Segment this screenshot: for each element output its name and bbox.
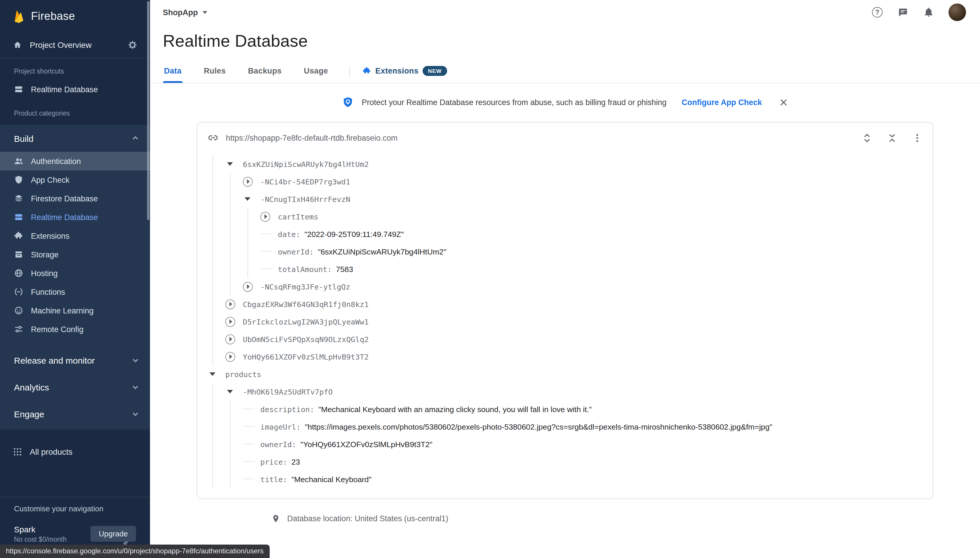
tab-usage[interactable]: Usage bbox=[303, 61, 329, 82]
tree-row[interactable]: date: "2022-09-25T09:11:49.749Z" bbox=[208, 225, 933, 243]
tree-row[interactable]: title: "Mechanical Keyboard" bbox=[208, 471, 933, 488]
sidebar-item-remote-config[interactable]: Remote Config bbox=[0, 320, 150, 338]
sidebar-scrollbar[interactable] bbox=[147, 1, 149, 220]
database-url[interactable]: https://shopapp-7e8fc-default-rtdb.fireb… bbox=[226, 133, 398, 142]
tree-row[interactable]: totalAmount: 7583 bbox=[208, 260, 933, 278]
tree-value[interactable]: "https://images.pexels.com/photos/538060… bbox=[305, 422, 772, 431]
sidebar-item-label: Remote Config bbox=[31, 325, 84, 333]
tree-row[interactable]: 6sxKZUiNpiScwARUyk7bg4lHtUm2 bbox=[208, 155, 933, 173]
tree-key: ownerId: bbox=[278, 247, 314, 256]
expand-all-icon[interactable] bbox=[862, 133, 872, 143]
tree-value[interactable]: "Mechanical Keyboard" bbox=[291, 475, 372, 484]
tree-key: description: bbox=[260, 405, 314, 414]
page-title: Realtime Database bbox=[150, 25, 980, 51]
tree-row[interactable]: -NCsqRFmg3JFe-ytlgQz bbox=[208, 278, 933, 295]
collapse-caret-icon[interactable] bbox=[243, 197, 260, 201]
sidebar-item-firestore-database[interactable]: Firestore Database bbox=[0, 189, 150, 208]
tree-row[interactable]: cartItems bbox=[208, 208, 933, 225]
more-options-icon[interactable] bbox=[912, 133, 922, 143]
sidebar-item-label: All products bbox=[30, 447, 72, 456]
tab-rules[interactable]: Rules bbox=[203, 61, 227, 82]
collapse-caret-icon[interactable] bbox=[208, 373, 225, 376]
tree-guide bbox=[225, 173, 243, 190]
topbar: ShopApp ? bbox=[150, 0, 980, 25]
expand-caret-icon[interactable] bbox=[225, 299, 243, 309]
banner-text: Protect your Realtime Database resources… bbox=[362, 98, 667, 107]
tree-row[interactable]: -MhOK6l9Az5UdRTv7pfO bbox=[208, 383, 933, 400]
tree-row[interactable]: description: "Mechanical Keyboard with a… bbox=[208, 400, 933, 418]
section-analytics[interactable]: Analytics bbox=[0, 374, 150, 400]
tree-value[interactable]: "Mechanical Keyboard with an amazing cli… bbox=[318, 405, 592, 414]
collapse-all-icon[interactable] bbox=[887, 133, 897, 143]
sidebar-item-realtime-database[interactable]: Realtime Database bbox=[0, 208, 150, 226]
customise-navigation-link[interactable]: Customise your navigation bbox=[0, 497, 150, 520]
expand-caret-icon[interactable] bbox=[243, 282, 260, 292]
tree-value[interactable]: 23 bbox=[291, 457, 300, 466]
gear-icon[interactable] bbox=[128, 40, 137, 49]
chevron-down-icon bbox=[131, 410, 139, 418]
tree-value[interactable]: 7583 bbox=[336, 265, 353, 274]
sidebar-item-app-check[interactable]: App Check bbox=[0, 171, 150, 189]
sidebar-item-project-overview[interactable]: Project Overview bbox=[0, 31, 150, 58]
section-label: Release and monitor bbox=[14, 355, 95, 365]
tree-row[interactable]: products bbox=[208, 365, 933, 383]
tree-row[interactable]: imageUrl: "https://images.pexels.com/pho… bbox=[208, 418, 933, 435]
section-build[interactable]: Build bbox=[0, 125, 150, 152]
tree-row[interactable]: -NCi4br-54EDP7rg3wd1 bbox=[208, 173, 933, 190]
close-icon[interactable] bbox=[780, 98, 788, 107]
avatar[interactable] bbox=[949, 3, 966, 21]
tree-row[interactable]: -NCnugTIxH46HrrFevzN bbox=[208, 190, 933, 208]
tree-guide bbox=[208, 173, 225, 190]
expand-caret-icon[interactable] bbox=[260, 212, 278, 222]
tree-key: -NCi4br-54EDP7rg3wd1 bbox=[260, 177, 350, 186]
sidebar-item-extensions[interactable]: Extensions bbox=[0, 226, 150, 245]
tree-row[interactable]: ownerId: "6sxKZUiNpiScwARUyk7bg4lHtUm2" bbox=[208, 243, 933, 260]
tree-row[interactable]: YoHQy661XZOFv0zSlMLpHvB9t3T2 bbox=[208, 348, 933, 365]
tree-key: ownerId: bbox=[260, 440, 296, 448]
section-release-and-monitor[interactable]: Release and monitor bbox=[0, 347, 150, 374]
collapse-caret-icon[interactable] bbox=[225, 162, 243, 166]
puzzle-icon bbox=[14, 231, 23, 240]
sidebar-item-all-products[interactable]: All products bbox=[0, 439, 150, 464]
card-tools bbox=[862, 133, 922, 143]
product-categories-panel: Build Authentication App Check bbox=[0, 125, 150, 430]
tree-value[interactable]: "6sxKZUiNpiScwARUyk7bg4lHtUm2" bbox=[318, 247, 446, 256]
sidebar-item-functions[interactable]: Functions bbox=[0, 282, 150, 301]
database-location: Database location: United States (us-cen… bbox=[271, 514, 980, 523]
tree-key: -MhOK6l9Az5UdRTv7pfO bbox=[243, 387, 333, 396]
tree-value[interactable]: "YoHQy661XZOFv0zSlMLpHvB9t3T2" bbox=[300, 440, 432, 448]
notifications-button[interactable] bbox=[923, 7, 934, 18]
tab-backups[interactable]: Backups bbox=[247, 61, 283, 82]
sidebar-item-storage[interactable]: Storage bbox=[0, 245, 150, 264]
expand-caret-icon[interactable] bbox=[243, 177, 260, 187]
expand-caret-icon[interactable] bbox=[225, 352, 243, 362]
tree-row[interactable]: D5rIckclozLwgI2WA3jpQLyeaWw1 bbox=[208, 313, 933, 330]
plan-name: Spark bbox=[14, 525, 67, 534]
upgrade-button[interactable]: Upgrade bbox=[90, 526, 136, 542]
tree-key: 6sxKZUiNpiScwARUyk7bg4lHtUm2 bbox=[243, 160, 369, 168]
feedback-button[interactable] bbox=[897, 7, 909, 18]
project-selector[interactable]: ShopApp bbox=[163, 8, 207, 16]
firebase-home-link[interactable]: Firebase bbox=[0, 0, 150, 31]
shortcut-realtime-database[interactable]: Realtime Database bbox=[0, 78, 150, 100]
sidebar-item-authentication[interactable]: Authentication bbox=[0, 152, 150, 171]
configure-app-check-link[interactable]: Configure App Check bbox=[682, 98, 762, 107]
sidebar-item-machine-learning[interactable]: Machine Learning bbox=[0, 301, 150, 320]
tree-row[interactable]: price: 23 bbox=[208, 453, 933, 471]
collapse-caret-icon[interactable] bbox=[225, 390, 243, 394]
expand-caret-icon[interactable] bbox=[225, 317, 243, 327]
tree-value[interactable]: "2022-09-25T09:11:49.749Z" bbox=[305, 230, 404, 238]
sidebar-item-hosting[interactable]: Hosting bbox=[0, 264, 150, 282]
help-button[interactable]: ? bbox=[872, 7, 883, 18]
tree-guide bbox=[225, 225, 243, 243]
tree-key: -NCsqRFmg3JFe-ytlgQz bbox=[260, 282, 350, 291]
layers-icon bbox=[14, 194, 23, 203]
section-engage[interactable]: Engage bbox=[0, 400, 150, 427]
tree-row[interactable]: UbOmN5ciFvSPQpXsqN9OLzxQGlq2 bbox=[208, 330, 933, 348]
tab-data[interactable]: Data bbox=[163, 61, 183, 82]
tab-extensions[interactable]: Extensions NEW bbox=[361, 60, 448, 83]
expand-caret-icon[interactable] bbox=[225, 334, 243, 344]
tree-row[interactable]: CbgazEXRw3Wf64GN3qR1fj0n8kz1 bbox=[208, 295, 933, 313]
firebase-console: Firebase Project Overview Project bbox=[0, 0, 980, 558]
tree-row[interactable]: ownerId: "YoHQy661XZOFv0zSlMLpHvB9t3T2" bbox=[208, 435, 933, 453]
